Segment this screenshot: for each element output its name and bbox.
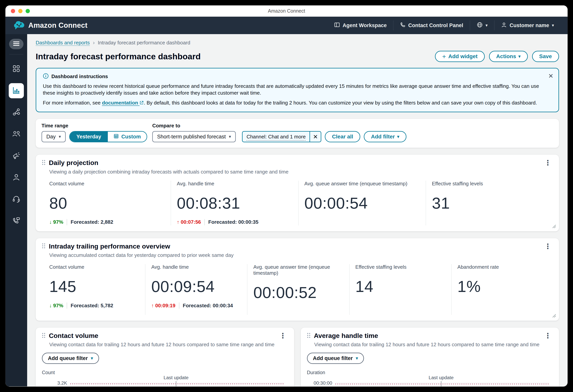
close-icon[interactable]: ✕: [548, 72, 554, 80]
metric-footer: [432, 219, 547, 226]
app-header: Amazon Connect Agent Workspace Contact C…: [5, 17, 568, 34]
main-content: Dashboards and reports › Intraday foreca…: [27, 34, 568, 386]
metric-value: 145: [49, 277, 139, 296]
metric-label: Contact volume: [49, 264, 139, 270]
hamburger-menu-icon: [13, 41, 19, 47]
sidebar-item-analytics[interactable]: [9, 83, 24, 98]
metric-value: 80: [49, 194, 165, 212]
daily-projection-widget: Daily projection ⋮ Viewing a daily proje…: [36, 155, 559, 231]
metric-label: Effective staffing levels: [356, 264, 446, 270]
metric-divider: [67, 219, 67, 225]
instructions-more: For more information, see documentation …: [43, 99, 552, 106]
metric-footer: [356, 302, 446, 309]
compare-to-select[interactable]: Short-term published forecast ▾: [152, 131, 236, 142]
save-button[interactable]: Save: [532, 51, 559, 62]
kebab-menu-icon[interactable]: ⋮: [542, 243, 553, 250]
grid-dashboard-icon: [12, 65, 20, 73]
language-selector[interactable]: ▾: [470, 22, 494, 29]
breadcrumb-link-dashboards[interactable]: Dashboards and reports: [36, 40, 90, 46]
agent-workspace-nav[interactable]: Agent Workspace: [327, 22, 394, 29]
metric-label: Avg. handle time: [177, 181, 292, 187]
trend-down-indicator: ↓ 97%: [49, 303, 63, 309]
forecast-value: Forecasted: 2,882: [71, 219, 113, 225]
widget-title: Average handle time: [314, 332, 378, 339]
instructions-title: Dashboard instructions: [51, 73, 108, 79]
metric-contact-volume: Contact volume80↓ 97%Forecasted: 2,882: [49, 181, 171, 226]
brand: Amazon Connect: [13, 19, 88, 31]
close-icon: ✕: [313, 133, 318, 140]
metric-footer: ↓ 97%Forecasted: 2,882: [49, 219, 165, 226]
metric-abandonment-rate: Abandonment rate1%: [451, 264, 553, 315]
sidebar-item-routing[interactable]: [9, 105, 24, 120]
kebab-menu-icon[interactable]: ⋮: [542, 159, 553, 167]
metric-footer: [253, 308, 343, 315]
remove-token-button[interactable]: ✕: [309, 132, 321, 142]
kebab-menu-icon[interactable]: ⋮: [542, 332, 553, 340]
chevron-down-icon: ▾: [519, 54, 521, 58]
instructions-body: Use this dashboard to review recent hist…: [43, 83, 552, 96]
yesterday-segment[interactable]: Yesterday: [70, 132, 108, 142]
clear-all-button[interactable]: Clear all: [325, 131, 360, 142]
metric-footer: [457, 302, 547, 309]
widget-subtitle: Viewing accumulated contact data for yes…: [49, 252, 553, 258]
forecast-value: Forecasted: 00:00:35: [208, 219, 258, 225]
sidebar-menu-toggle[interactable]: [9, 39, 23, 49]
add-filter-button[interactable]: Add filter ▾: [364, 131, 406, 142]
metric-label: Abandonment rate: [457, 264, 547, 270]
metric-effective-staffing-levels: Effective staffing levels14: [349, 264, 451, 315]
time-range-label: Time range: [41, 123, 147, 129]
window-titlebar: Amazon Connect: [5, 5, 568, 17]
metric-value: 00:08:31: [177, 194, 292, 212]
info-icon: [43, 73, 49, 80]
drag-handle-icon[interactable]: [306, 332, 311, 339]
metric-label: Avg. queue answer time (enqueue timestam…: [253, 264, 343, 276]
external-link-icon: [139, 101, 144, 105]
resize-handle-icon[interactable]: [552, 314, 556, 319]
drag-handle-icon[interactable]: [41, 332, 46, 339]
svg-text:00:30:00: 00:30:00: [314, 381, 332, 386]
metric-value: 31: [432, 194, 547, 212]
chart-canvas: 08001.6K2.4K3.2KOct 231:15 AMOct 233:45 …: [41, 375, 288, 386]
documentation-link[interactable]: documentation: [102, 100, 144, 106]
add-queue-filter-button[interactable]: Add queue filter ▾: [307, 353, 364, 364]
sidebar-item-profile[interactable]: [9, 170, 24, 185]
actions-button[interactable]: Actions ▾: [489, 51, 528, 62]
chart-canvas: 00:00:0000:07:3000:15:0000:22:3000:30:00…: [306, 375, 554, 386]
metric-label: Effective staffing levels: [432, 181, 547, 187]
kebab-menu-icon[interactable]: ⋮: [277, 332, 288, 340]
chevron-down-icon: ▾: [356, 356, 358, 360]
widget-title: Contact volume: [49, 332, 98, 339]
customer-menu[interactable]: Customer name ▾: [494, 22, 561, 29]
sidebar-item-dashboard[interactable]: [9, 61, 24, 77]
metric-value: 1%: [457, 277, 547, 296]
breadcrumb-separator-icon: ›: [93, 39, 95, 46]
sidebar-item-agent-tools[interactable]: [9, 192, 24, 207]
drag-handle-icon[interactable]: [41, 159, 46, 166]
compare-to-label: Compare to: [152, 123, 236, 129]
sidebar: [5, 34, 27, 386]
users-icon: [12, 129, 20, 139]
chevron-down-icon: ▾: [552, 23, 554, 28]
sidebar-divider: [9, 54, 23, 54]
svg-text:3.2K: 3.2K: [57, 381, 67, 386]
add-widget-button[interactable]: + Add widget: [435, 51, 485, 62]
resize-handle-icon[interactable]: [552, 224, 556, 229]
metric-value: 00:09:54: [151, 277, 241, 296]
add-queue-filter-button[interactable]: Add queue filter ▾: [42, 353, 99, 364]
window-title: Amazon Connect: [5, 8, 568, 14]
contact-volume-chart: 08001.6K2.4K3.2KOct 231:15 AMOct 233:45 …: [41, 375, 288, 386]
metric-contact-volume: Contact volume145↓ 97%Forecasted: 5,782: [49, 264, 145, 315]
metric-divider: [67, 303, 67, 309]
custom-segment[interactable]: Custom: [108, 132, 147, 142]
phone-chat-icon: [12, 216, 20, 226]
time-range-unit-select[interactable]: Day ▾: [41, 131, 66, 142]
contact-control-panel-nav[interactable]: Contact Control Panel: [394, 22, 470, 29]
sidebar-item-contact[interactable]: [9, 214, 24, 229]
sidebar-item-announcements[interactable]: [9, 148, 24, 163]
brand-name: Amazon Connect: [28, 21, 88, 30]
sidebar-item-users[interactable]: [9, 126, 24, 142]
metric-label: Avg. handle time: [151, 264, 241, 270]
metric-footer: [304, 219, 420, 226]
y-axis-title: Count: [42, 370, 288, 375]
drag-handle-icon[interactable]: [41, 243, 46, 250]
